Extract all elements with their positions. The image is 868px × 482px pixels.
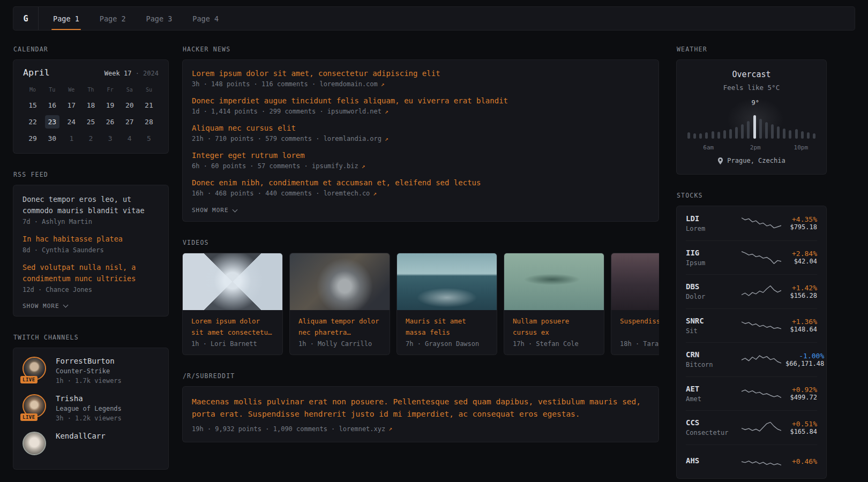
videos-row: Lorem ipsum dolor sit amet consectetu… 1…	[182, 253, 659, 355]
tab-label: Page 1	[53, 14, 79, 23]
stock-name: Sit	[686, 327, 737, 335]
rss-item-link[interactable]: Sed volutpat nulla nisl, a condimentum n…	[23, 262, 159, 284]
external-link-icon[interactable]: ↗	[388, 425, 392, 432]
rss-item: Sed volutpat nulla nisl, a condimentum n…	[23, 262, 159, 293]
rss-item-meta: 12d · Chance Jones	[23, 286, 159, 293]
channel-name[interactable]: KendallCarr	[56, 432, 106, 440]
stock-change: +0.92%	[792, 386, 817, 394]
day-header: Sa	[120, 83, 139, 97]
video-title[interactable]: Suspendisse diam	[611, 310, 659, 338]
hn-item-link[interactable]: Integer eget rutrum lorem	[192, 151, 649, 160]
tab-page-4[interactable]: Page 4	[182, 7, 229, 30]
stock-values: +4.35%$795.18	[785, 215, 817, 231]
stock-price: $795.18	[790, 223, 817, 231]
rss-item-link[interactable]: Donec tempor eros leo, ut commodo mauris…	[23, 194, 159, 216]
main-content: CALENDAR April Week 17 · 2024 Mo Tu We T…	[13, 46, 868, 482]
calendar-day-next-month: 2	[81, 130, 100, 147]
video-thumbnail[interactable]	[504, 253, 604, 310]
hn-item-link[interactable]: Lorem ipsum dolor sit amet, consectetur …	[192, 69, 649, 78]
weather-widget-label: WEATHER	[676, 46, 827, 53]
day-header: Th	[81, 83, 100, 97]
video-card[interactable]: Lorem ipsum dolor sit amet consectetu… 1…	[182, 253, 283, 355]
hn-meta-text: 3h · 148 points · 116 comments · loremdo…	[192, 80, 378, 88]
hn-item-meta: 6h · 60 points · 57 comments · ipsumify.…	[192, 162, 649, 170]
calendar-widget-label: CALENDAR	[13, 46, 169, 53]
calendar-day: 21	[139, 97, 159, 114]
stock-row[interactable]: IIGIpsum +2.84%$42.04	[686, 240, 817, 275]
day-header: Fr	[101, 83, 120, 97]
channel-meta: 1h · 1.7k viewers	[56, 377, 122, 385]
weather-bar	[717, 132, 720, 139]
video-title[interactable]: Nullam posuere cursus ex	[504, 310, 604, 338]
calendar-grid: Mo Tu We Th Fr Sa Su 15 16 17 18 19 20 2…	[23, 83, 159, 147]
stock-row[interactable]: SNRCSit +1.36%$148.64	[686, 308, 817, 343]
hn-meta-text: 16h · 468 points · 440 comments · loremt…	[192, 190, 370, 197]
tab-label: Page 3	[146, 14, 173, 23]
videos-widget: VIDEOS Lorem ipsum dolor sit amet consec…	[182, 239, 659, 355]
video-meta: 7h · Grayson Dawson	[397, 338, 497, 355]
stock-sparkline	[742, 386, 781, 402]
weather-bar	[783, 129, 785, 139]
video-thumbnail[interactable]	[611, 253, 659, 310]
tab-page-1[interactable]: Page 1	[43, 7, 89, 30]
stocks-widget: STOCKS LDILorem +4.35%$795.18 IIGIpsum +…	[676, 192, 827, 479]
external-link-icon[interactable]: ↗	[373, 190, 377, 197]
channel-name[interactable]: Trisha	[56, 394, 122, 403]
calendar-day: 29	[23, 130, 42, 147]
stock-ticker: CRN	[686, 350, 737, 359]
video-thumbnail[interactable]	[397, 253, 497, 310]
channel-name[interactable]: ForrestBurton	[56, 357, 122, 365]
weather-feels-like: Feels like 5°C	[686, 84, 817, 92]
weather-bar	[747, 121, 750, 139]
calendar-day: 24	[62, 114, 81, 130]
stock-ticker: SNRC	[686, 317, 737, 325]
stock-row[interactable]: DBSDolor +1.42%$156.28	[686, 274, 817, 308]
stock-name: Bitcorn	[686, 361, 737, 368]
weather-bar	[789, 130, 791, 139]
calendar-separator: ·	[136, 70, 139, 77]
subreddit-post-link[interactable]: Maecenas mollis pulvinar erat non posuer…	[192, 396, 649, 421]
stock-row[interactable]: AHS +0.46%	[686, 445, 817, 479]
rss-item-link[interactable]: In hac habitasse platea	[23, 234, 159, 245]
channel-info: Trisha League of Legends 3h · 1.2k viewe…	[56, 394, 122, 422]
video-thumbnail[interactable]	[290, 253, 390, 310]
hn-item-link[interactable]: Aliquam nec cursus elit	[192, 124, 649, 132]
hn-item-link[interactable]: Donec enim nibh, condimentum et accumsan…	[192, 178, 649, 187]
channel-game: League of Legends	[56, 405, 122, 412]
external-link-icon[interactable]: ↗	[385, 135, 388, 142]
twitch-channel-row[interactable]: LIVE Trisha League of Legends 3h · 1.2k …	[23, 394, 159, 422]
video-card[interactable]: Suspendisse diam 18h · Tara	[611, 253, 659, 355]
stock-row[interactable]: CRNBitcorn -1.00%$66,171.48	[686, 342, 817, 376]
rss-show-more-button[interactable]: SHOW MORE	[23, 302, 159, 310]
weather-location: Prague, Czechia	[686, 157, 817, 164]
tab-page-3[interactable]: Page 3	[136, 7, 183, 30]
external-link-icon[interactable]: ↗	[362, 163, 365, 170]
stock-row[interactable]: LDILorem +4.35%$795.18	[686, 206, 817, 240]
video-title[interactable]: Aliquam tempor dolor nec pharetra…	[290, 310, 390, 338]
external-link-icon[interactable]: ↗	[385, 108, 388, 115]
twitch-channel-row[interactable]: KendallCarr	[23, 432, 159, 457]
video-card[interactable]: Nullam posuere cursus ex 17h · Stefan Co…	[504, 253, 604, 355]
stock-values: +2.84%$42.04	[785, 250, 817, 265]
show-more-label: SHOW MORE	[23, 303, 59, 310]
video-card[interactable]: Aliquam tempor dolor nec pharetra… 1h · …	[289, 253, 390, 355]
stock-row[interactable]: CCSConsectetur +0.51%$165.84	[686, 410, 817, 445]
stock-price: $66,171.48	[785, 360, 824, 367]
stock-name: Amet	[686, 395, 737, 403]
video-thumbnail[interactable]	[183, 253, 282, 310]
stock-price: $499.72	[790, 394, 817, 401]
stock-row[interactable]: AETAmet +0.92%$499.72	[686, 376, 817, 411]
twitch-channel-row[interactable]: LIVE ForrestBurton Counter-Strike 1h · 1…	[23, 357, 159, 385]
app-logo: G	[13, 7, 39, 30]
calendar-day: 15	[23, 97, 42, 114]
video-title[interactable]: Mauris sit amet massa felis	[397, 310, 497, 338]
tab-page-2[interactable]: Page 2	[89, 7, 136, 30]
channel-game: Counter-Strike	[56, 367, 122, 375]
external-link-icon[interactable]: ↗	[381, 81, 385, 88]
video-title[interactable]: Lorem ipsum dolor sit amet consectetu…	[183, 310, 282, 338]
calendar-year: 2024	[143, 70, 159, 77]
video-card[interactable]: Mauris sit amet massa felis 7h · Grayson…	[396, 253, 497, 355]
hn-item-link[interactable]: Donec imperdiet augue tincidunt felis al…	[192, 96, 649, 105]
calendar-day: 16	[42, 97, 62, 114]
hn-show-more-button[interactable]: SHOW MORE	[192, 206, 649, 214]
